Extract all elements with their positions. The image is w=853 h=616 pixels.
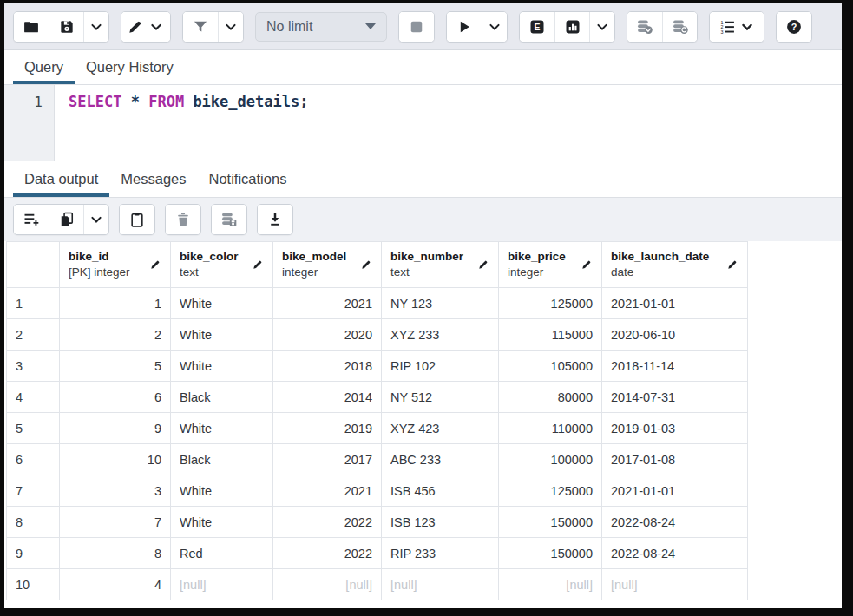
grid-cell-bike_id[interactable]: 6 [60,382,171,412]
column-header-bike_color[interactable]: bike_colortext [171,242,273,287]
grid-cell-bike_number[interactable]: RIP 102 [382,351,499,381]
delete-row-button[interactable] [166,205,200,234]
row-number-cell[interactable]: 4 [6,382,60,412]
grid-cell-bike_color[interactable]: Black [171,444,273,475]
grid-cell-bike_number[interactable]: XYZ 233 [382,319,499,350]
grid-cell-bike_color[interactable]: White [171,319,273,350]
grid-cell-bike_color[interactable]: White [171,475,273,506]
grid-cell-bike_price[interactable]: 110000 [499,413,602,443]
grid-cell-bike_model[interactable]: [null] [273,569,382,600]
grid-cell-bike_number[interactable]: XYZ 423 [382,413,499,443]
grid-cell-bike_price[interactable]: 100000 [499,444,602,475]
column-header-bike_model[interactable]: bike_modelinteger [273,242,382,287]
edit-column-icon[interactable] [726,259,738,271]
download-results-button[interactable] [258,205,292,234]
row-number-cell[interactable]: 1 [6,288,60,318]
edit-column-icon[interactable] [252,259,264,271]
grid-cell-bike_id[interactable]: 1 [60,288,171,318]
tab-notifications[interactable]: Notifications [198,161,299,197]
grid-cell-bike_price[interactable]: 80000 [499,382,602,412]
edit-column-icon[interactable] [360,259,372,271]
row-number-cell[interactable]: 2 [6,319,60,350]
grid-cell-bike_model[interactable]: 2022 [273,538,382,568]
grid-cell-bike_price[interactable]: [null] [499,569,602,600]
tab-messages[interactable]: Messages [109,161,197,197]
column-header-bike_price[interactable]: bike_priceinteger [499,242,602,287]
row-limit-select[interactable]: No limit [255,12,387,42]
grid-cell-bike_id[interactable]: 3 [60,475,171,506]
grid-cell-bike_model[interactable]: 2014 [273,382,382,412]
filter-options-button[interactable] [218,12,243,42]
rollback-button[interactable] [662,12,697,42]
grid-cell-bike_price[interactable]: 125000 [499,475,602,506]
edit-button[interactable] [121,12,170,42]
row-number-cell[interactable]: 7 [6,475,60,506]
tab-query-history[interactable]: Query History [75,50,185,84]
grid-cell-bike_launch_date[interactable]: 2021-01-01 [602,288,748,318]
grid-cell-bike_id[interactable]: 5 [60,351,171,381]
stop-button[interactable] [399,12,434,42]
column-header-bike_number[interactable]: bike_numbertext [382,242,499,287]
edit-column-icon[interactable] [477,259,489,271]
grid-cell-bike_id[interactable]: 8 [60,538,171,568]
grid-cell-bike_model[interactable]: 2018 [273,351,382,381]
row-number-cell[interactable]: 9 [6,538,60,568]
grid-cell-bike_number[interactable]: [null] [382,569,499,600]
grid-cell-bike_color[interactable]: White [171,351,273,381]
grid-cell-bike_price[interactable]: 125000 [499,288,602,318]
row-number-cell[interactable]: 8 [6,507,60,537]
grid-cell-bike_number[interactable]: NY 123 [382,288,499,318]
grid-cell-bike_launch_date[interactable]: 2018-11-14 [602,351,748,381]
column-header-bike_id[interactable]: bike_id[PK] integer [60,242,171,287]
grid-cell-bike_number[interactable]: NY 512 [382,382,499,412]
grid-cell-bike_launch_date[interactable]: 2014-07-31 [602,382,748,412]
explain-button[interactable]: E [520,12,554,42]
grid-cell-bike_model[interactable]: 2020 [273,319,382,350]
grid-cell-bike_launch_date[interactable]: [null] [602,569,748,600]
grid-cell-bike_launch_date[interactable]: 2017-01-08 [602,444,748,475]
grid-cell-bike_number[interactable]: ABC 233 [382,444,499,475]
column-header-bike_launch_date[interactable]: bike_launch_datedate [602,242,748,287]
grid-cell-bike_model[interactable]: 2017 [273,444,382,475]
copy-button[interactable] [49,205,83,234]
grid-corner-cell[interactable] [6,242,60,287]
grid-cell-bike_model[interactable]: 2021 [273,288,382,318]
save-options-button[interactable] [83,12,108,42]
grid-cell-bike_launch_date[interactable]: 2019-01-03 [602,413,748,443]
grid-cell-bike_price[interactable]: 105000 [499,351,602,381]
grid-cell-bike_color[interactable]: [null] [171,569,273,600]
paste-button[interactable] [120,205,154,234]
grid-cell-bike_color[interactable]: White [171,413,273,443]
grid-cell-bike_launch_date[interactable]: 2020-06-10 [602,319,748,350]
commit-button[interactable] [627,12,662,42]
grid-cell-bike_model[interactable]: 2022 [273,507,382,537]
grid-cell-bike_id[interactable]: 2 [60,319,171,350]
execute-button[interactable] [447,12,482,42]
row-number-cell[interactable]: 5 [6,413,60,443]
sql-editor[interactable]: 1 SELECT * FROM bike_details; [4,85,842,161]
sql-code-line[interactable]: SELECT * FROM bike_details; [55,85,308,161]
grid-cell-bike_color[interactable]: White [171,507,273,537]
filter-button[interactable] [183,12,218,42]
grid-cell-bike_number[interactable]: ISB 456 [382,475,499,506]
row-number-cell[interactable]: 3 [6,351,60,381]
execute-options-button[interactable] [482,12,507,42]
edit-column-icon[interactable] [581,259,593,271]
grid-cell-bike_color[interactable]: Red [171,538,273,568]
macros-button[interactable]: 123 [710,12,764,42]
grid-cell-bike_id[interactable]: 7 [60,507,171,537]
explain-options-button[interactable] [589,12,614,42]
row-number-cell[interactable]: 10 [6,569,60,600]
save-file-button[interactable] [49,12,83,42]
grid-cell-bike_model[interactable]: 2019 [273,413,382,443]
grid-cell-bike_number[interactable]: ISB 123 [382,507,499,537]
grid-cell-bike_model[interactable]: 2021 [273,475,382,506]
tab-query[interactable]: Query [13,50,75,84]
grid-cell-bike_number[interactable]: RIP 233 [382,538,499,568]
grid-cell-bike_id[interactable]: 10 [60,444,171,475]
grid-cell-bike_price[interactable]: 115000 [499,319,602,350]
grid-cell-bike_price[interactable]: 150000 [499,507,602,537]
save-data-changes-button[interactable] [212,205,246,234]
grid-cell-bike_launch_date[interactable]: 2021-01-01 [602,475,748,506]
tab-data-output[interactable]: Data output [13,161,109,197]
